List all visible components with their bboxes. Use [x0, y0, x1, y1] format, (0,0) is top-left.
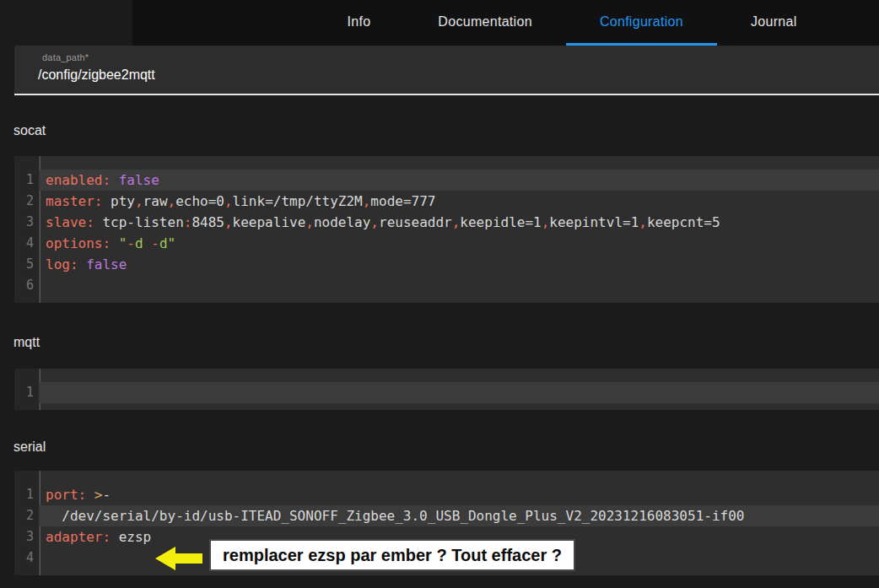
line-number: 1	[14, 484, 40, 505]
line-number: 3	[14, 526, 40, 548]
code-text: log: false	[40, 254, 879, 275]
code-text: /dev/serial/by-id/usb-ITEAD_SONOFF_Zigbe…	[40, 505, 879, 526]
section-title-socat: socat	[13, 123, 879, 138]
line-number: 1	[14, 170, 40, 191]
code-text: slave: tcp-listen:8485,keepalive,nodelay…	[40, 212, 879, 233]
mqtt-code-editor[interactable]: 1	[14, 369, 879, 410]
serial-code-editor[interactable]: remplacer ezsp par ember ? Tout effacer …	[14, 471, 879, 575]
code-text	[40, 382, 879, 403]
socat-code-editor[interactable]: 1enabled: false2master: pty,raw,echo=0,l…	[14, 156, 879, 303]
code-line: 1port: >-	[14, 484, 879, 505]
line-number: 1	[14, 382, 40, 403]
data-path-field[interactable]: data_path* /config/zigbee2mqtt	[14, 46, 879, 95]
code-line: 2 /dev/serial/by-id/usb-ITEAD_SONOFF_Zig…	[14, 505, 879, 526]
data-path-label: data_path*	[42, 52, 879, 62]
code-text: master: pty,raw,echo=0,link=/tmp/ttyZ2M,…	[40, 191, 879, 212]
code-line: 4options: "-d -d"	[14, 233, 879, 254]
line-number: 2	[14, 505, 40, 526]
tab-journal[interactable]: Journal	[717, 0, 831, 46]
data-path-value[interactable]: /config/zigbee2mqtt	[38, 67, 879, 83]
line-number: 2	[14, 191, 40, 212]
code-line: 1	[14, 382, 879, 403]
addon-tab-bar: Info Documentation Configuration Journal	[132, 0, 879, 46]
line-number: 4	[14, 233, 40, 254]
line-number: 6	[14, 275, 40, 296]
code-text: options: "-d -d"	[40, 233, 879, 254]
code-line: 5log: false	[14, 254, 879, 275]
code-line: 2master: pty,raw,echo=0,link=/tmp/ttyZ2M…	[14, 191, 879, 212]
code-text: port: >-	[40, 484, 879, 505]
line-number: 4	[14, 548, 40, 569]
tab-documentation[interactable]: Documentation	[404, 0, 566, 46]
section-title-serial: serial	[13, 440, 879, 455]
section-title-mqtt: mqtt	[13, 335, 879, 350]
line-number: 5	[14, 254, 40, 275]
code-line: 3slave: tcp-listen:8485,keepalive,nodela…	[14, 212, 879, 233]
annotation-box: remplacer ezsp par ember ? Tout effacer …	[209, 539, 575, 571]
code-line: 1enabled: false	[14, 170, 879, 191]
tab-info[interactable]: Info	[313, 0, 404, 46]
arrow-left-icon	[155, 547, 202, 570]
line-number: 3	[14, 212, 40, 233]
code-line: 6	[14, 275, 879, 296]
code-text: enabled: false	[40, 170, 879, 191]
tab-configuration[interactable]: Configuration	[566, 0, 717, 46]
code-text	[40, 275, 879, 296]
